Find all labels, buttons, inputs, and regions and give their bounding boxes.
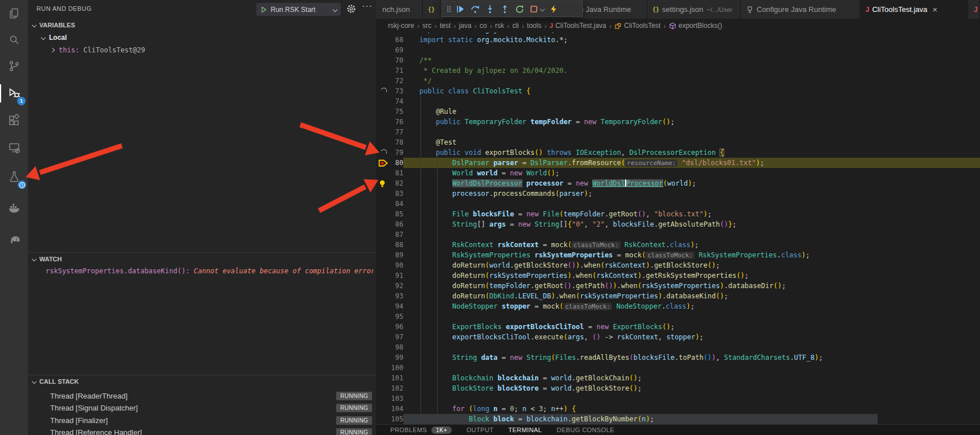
- code-line-104[interactable]: 104 for (long n = 0; n < 3; n++) {: [376, 404, 980, 414]
- code-line-100[interactable]: 100: [376, 363, 980, 373]
- code-line-83[interactable]: 83 processor.processCommands(parser);: [376, 188, 980, 199]
- step-into-icon[interactable]: [483, 2, 497, 17]
- breakpoint-gutter[interactable]: [378, 137, 390, 147]
- stop-dropdown-chevron-icon[interactable]: [540, 6, 545, 11]
- breakpoint-gutter[interactable]: [378, 363, 390, 373]
- panel-tab-terminal[interactable]: TERMINAL: [508, 426, 542, 433]
- code-line-73[interactable]: 73public class CliToolsTest {: [376, 86, 980, 96]
- breadcrumb-item-cli[interactable]: cli: [512, 22, 518, 30]
- breakpoint-gutter[interactable]: [378, 301, 390, 311]
- code-line-79[interactable]: 79 public void exportBlocks() throws IOE…: [376, 147, 980, 158]
- watch-section-header[interactable]: WATCH: [28, 252, 376, 265]
- breakpoint-gutter[interactable]: [378, 86, 390, 96]
- breakpoint-gutter[interactable]: [378, 281, 390, 291]
- breakpoint-gutter[interactable]: [378, 342, 390, 352]
- breakpoint-gutter[interactable]: [378, 311, 390, 322]
- launch-configuration-dropdown[interactable]: Run RSK Start: [256, 3, 341, 16]
- tab-nch.json[interactable]: nch.json: [376, 0, 423, 19]
- code-line-95[interactable]: 95: [376, 311, 980, 322]
- breadcrumb-item-CliToolsTest[interactable]: CliToolsTest: [614, 22, 660, 30]
- code-line-91[interactable]: 91 doReturn(rskSystemProperties).when(rs…: [376, 270, 980, 281]
- code-line-76[interactable]: 76 public TemporaryFolder tempFolder = n…: [376, 117, 980, 127]
- breakpoint-gutter[interactable]: [378, 178, 390, 188]
- code-line-88[interactable]: 88 RskContext rskContext = mock(classToM…: [376, 240, 980, 250]
- breakpoint-gutter[interactable]: [378, 383, 390, 393]
- code-line-99[interactable]: 99 String data = new String(Files.readAl…: [376, 352, 980, 363]
- breakpoint-gutter[interactable]: [378, 209, 390, 219]
- breakpoint-gutter[interactable]: [378, 76, 390, 86]
- breakpoint-gutter[interactable]: [378, 106, 390, 117]
- variable-this[interactable]: this: CliToolsTest@29: [28, 44, 376, 56]
- code-line-105[interactable]: 105 Block block = blockchain.getBlockByN…: [376, 414, 980, 424]
- breakpoint-gutter[interactable]: [378, 393, 390, 404]
- code-line-80[interactable]: 80 DslParser parser = DslParser.fromReso…: [376, 158, 980, 168]
- breakpoint-gutter[interactable]: [378, 65, 390, 76]
- tab-settings.json[interactable]: {}settings.json~/.../User: [647, 0, 741, 19]
- call-stack-thread[interactable]: Thread [Reference Handler]RUNNING: [28, 426, 376, 435]
- code-line-90[interactable]: 90 doReturn(world.getBlockStore()).when(…: [376, 260, 980, 270]
- code-line-89[interactable]: 89 RskSystemProperties rskSystemProperti…: [376, 250, 980, 260]
- breakpoint-gutter[interactable]: [378, 260, 390, 270]
- breakpoint-gutter[interactable]: [378, 291, 390, 301]
- breadcrumb-item-test[interactable]: test: [440, 22, 451, 30]
- restart-icon[interactable]: [512, 2, 527, 17]
- breakpoint-gutter[interactable]: [378, 322, 390, 332]
- code-line-78[interactable]: 78 @Test: [376, 137, 980, 147]
- step-out-icon[interactable]: [497, 2, 512, 17]
- code-line-81[interactable]: 81 World world = new World();: [376, 168, 980, 178]
- code-line-86[interactable]: 86 String[] args = new String[]{"0", "2"…: [376, 219, 980, 229]
- stop-icon[interactable]: [527, 2, 546, 17]
- code-editor[interactable]: 67import static org.junit.Assert.*;68imp…: [376, 32, 980, 424]
- extensions-icon[interactable]: [0, 107, 28, 134]
- watch-expression-row[interactable]: rskSystemProperties.databaseKind(): Cann…: [28, 265, 376, 277]
- code-line-101[interactable]: 101 Blockchain blockchain = world.getBlo…: [376, 373, 980, 383]
- code-line-72[interactable]: 72 */: [376, 76, 980, 86]
- call-stack-thread[interactable]: Thread [Finalizer]RUNNING: [28, 414, 376, 426]
- close-icon[interactable]: ×: [933, 5, 938, 14]
- code-line-93[interactable]: 93 doReturn(DbKind.LEVEL_DB).when(rskSys…: [376, 291, 980, 301]
- start-debug-icon[interactable]: [260, 6, 267, 13]
- code-line-74[interactable]: 74: [376, 96, 980, 106]
- remote-explorer-icon[interactable]: [0, 134, 28, 162]
- call-stack-section-header[interactable]: CALL STACK: [28, 375, 376, 387]
- breakpoint-gutter[interactable]: [378, 45, 390, 55]
- hot-code-replace-icon[interactable]: [546, 2, 561, 17]
- variables-section-header[interactable]: VARIABLES: [28, 19, 376, 31]
- explorer-icon[interactable]: [0, 0, 28, 27]
- breakpoint-gutter[interactable]: [378, 240, 390, 250]
- code-line-69[interactable]: 69: [376, 45, 980, 55]
- toolbar-drag-handle[interactable]: [445, 2, 453, 17]
- code-line-70[interactable]: 70/**: [376, 55, 980, 65]
- breakpoint-gutter[interactable]: [378, 158, 390, 168]
- breadcrumb-item-src[interactable]: src: [422, 22, 431, 30]
- code-line-97[interactable]: 97 exportBlocksCliTool.execute(args, () …: [376, 332, 980, 342]
- code-line-85[interactable]: 85 File blocksFile = new File(tempFolder…: [376, 209, 980, 219]
- more-actions-icon[interactable]: ···: [362, 1, 373, 11]
- code-line-87[interactable]: 87: [376, 229, 980, 240]
- tab-hidden-6[interactable]: J: [969, 0, 980, 19]
- gradle-icon[interactable]: [0, 225, 28, 253]
- breakpoint-gutter[interactable]: [378, 229, 390, 240]
- breakpoint-gutter[interactable]: [378, 250, 390, 260]
- breakpoint-gutter[interactable]: [378, 147, 390, 158]
- tab-CliToolsTest.java[interactable]: JCliToolsTest.java×: [860, 0, 967, 19]
- continue-icon[interactable]: [453, 2, 468, 17]
- breadcrumb-item-exportBlocks()[interactable]: exportBlocks(): [669, 22, 722, 30]
- breadcrumb-item-tools[interactable]: tools: [527, 22, 541, 30]
- code-line-96[interactable]: 96 ExportBlocks exportBlocksCliTool = ne…: [376, 322, 980, 332]
- breakpoint-gutter[interactable]: [378, 117, 390, 127]
- breakpoint-gutter[interactable]: [378, 270, 390, 281]
- breakpoint-gutter[interactable]: [378, 373, 390, 383]
- run-and-debug-icon[interactable]: 1: [0, 80, 28, 107]
- breadcrumb-item-rsk[interactable]: rsk: [495, 22, 504, 30]
- code-line-94[interactable]: 94 NodeStopper stopper = mock(classToMoc…: [376, 301, 980, 311]
- testing-beaker-icon[interactable]: [0, 163, 28, 191]
- lightbulb-icon[interactable]: [378, 179, 386, 188]
- source-control-icon[interactable]: [0, 52, 28, 80]
- code-line-84[interactable]: 84: [376, 199, 980, 209]
- breakpoint-gutter[interactable]: [378, 332, 390, 342]
- panel-tab-problems[interactable]: PROBLEMS1K+: [390, 426, 452, 434]
- code-line-75[interactable]: 75 @Rule: [376, 106, 980, 117]
- code-line-68[interactable]: 68import static org.mockito.Mockito.*;: [376, 35, 980, 45]
- step-over-icon[interactable]: [468, 2, 483, 17]
